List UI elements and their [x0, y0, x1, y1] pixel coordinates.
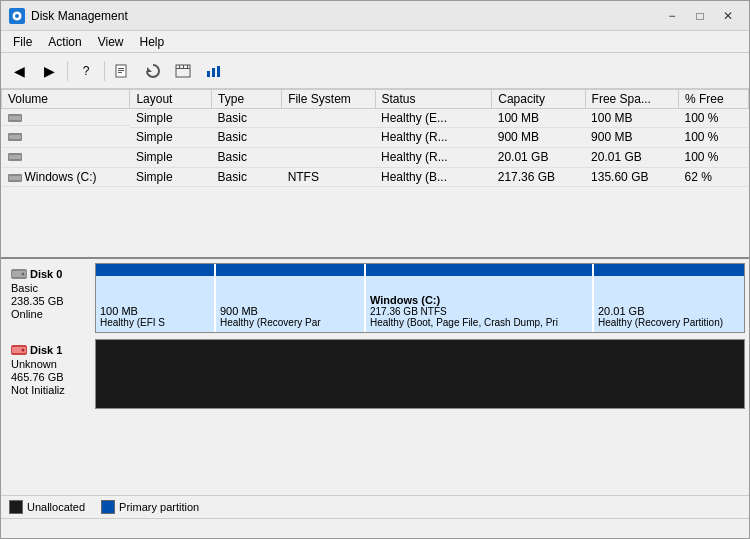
title-bar-left: Disk Management	[9, 8, 128, 24]
menu-file[interactable]: File	[5, 33, 40, 51]
legend-primary-label: Primary partition	[119, 501, 199, 513]
cell-type: Basic	[212, 109, 282, 128]
status-bar	[1, 518, 749, 538]
cell-free: 20.01 GB	[585, 147, 678, 167]
disk-1-info: Disk 1 Unknown 465.76 GB Not Initializ	[5, 339, 95, 409]
svg-point-25	[22, 273, 25, 276]
svg-rect-10	[183, 65, 184, 68]
maximize-button[interactable]: □	[687, 6, 713, 26]
partition-windows-label: Windows (C:)	[370, 294, 588, 306]
cell-layout: Simple	[130, 109, 212, 128]
partition-recovery2-size: 20.01 GB	[598, 305, 740, 317]
legend: Unallocated Primary partition	[1, 495, 749, 518]
partition-recovery2-status: Healthy (Recovery Partition)	[598, 317, 740, 328]
table-row[interactable]: Simple Basic Healthy (E... 100 MB 100 MB…	[2, 109, 749, 128]
disk-0-type: Basic	[11, 282, 89, 294]
back-button[interactable]: ◀	[5, 58, 33, 84]
cell-pct: 62 %	[678, 167, 748, 187]
title-bar-controls: − □ ✕	[659, 6, 741, 26]
cell-type: Basic	[212, 128, 282, 148]
cell-status: Healthy (R...	[375, 147, 492, 167]
properties-button[interactable]	[109, 58, 137, 84]
partition-efi-size: 100 MB	[100, 305, 210, 317]
toolbar-separator-1	[67, 61, 68, 81]
cell-volume: Windows (C:)	[2, 168, 130, 187]
disk-1-status: Not Initializ	[11, 384, 89, 396]
volume-table[interactable]: Volume Layout Type File System Status Ca…	[1, 89, 749, 259]
cell-type: Basic	[212, 167, 282, 187]
disk-0-size: 238.35 GB	[11, 295, 89, 307]
legend-unallocated: Unallocated	[9, 500, 85, 514]
menu-view[interactable]: View	[90, 33, 132, 51]
cell-pct: 100 %	[678, 128, 748, 148]
svg-rect-5	[118, 72, 122, 73]
cell-layout: Simple	[130, 147, 212, 167]
forward-button[interactable]: ▶	[35, 58, 63, 84]
disk-1-name: Disk 1	[11, 343, 89, 357]
app-icon	[9, 8, 25, 24]
svg-point-28	[22, 349, 25, 352]
menu-action[interactable]: Action	[40, 33, 89, 51]
cell-volume	[2, 109, 130, 126]
table-row[interactable]: Simple Basic Healthy (R... 900 MB 900 MB…	[2, 128, 749, 148]
svg-rect-18	[9, 135, 21, 139]
col-volume[interactable]: Volume	[2, 90, 130, 109]
help-button[interactable]: ?	[72, 58, 100, 84]
partition-recovery1-size: 900 MB	[220, 305, 360, 317]
settings-button[interactable]	[169, 58, 197, 84]
cell-fs	[282, 109, 375, 128]
col-pctfree[interactable]: % Free	[678, 90, 748, 109]
disk-1-type: Unknown	[11, 358, 89, 370]
cell-volume	[2, 128, 130, 148]
partition-recovery1[interactable]: 900 MB Healthy (Recovery Par	[216, 264, 366, 332]
partition-recovery2[interactable]: 20.01 GB Healthy (Recovery Partition)	[594, 264, 744, 332]
partition-recovery1-status: Healthy (Recovery Par	[220, 317, 360, 328]
cell-status: Healthy (E...	[375, 109, 492, 128]
partition-efi[interactable]: 100 MB Healthy (EFI S	[96, 264, 216, 332]
cell-free: 100 MB	[585, 109, 678, 128]
cell-free: 135.60 GB	[585, 167, 678, 187]
window-title: Disk Management	[31, 9, 128, 23]
svg-rect-3	[118, 68, 124, 69]
col-layout[interactable]: Layout	[130, 90, 212, 109]
partition-unallocated[interactable]	[96, 340, 744, 408]
legend-primary-box	[101, 500, 115, 514]
legend-primary: Primary partition	[101, 500, 199, 514]
cell-layout: Simple	[130, 167, 212, 187]
disk-0-status: Online	[11, 308, 89, 320]
svg-rect-14	[217, 66, 220, 77]
col-capacity[interactable]: Capacity	[492, 90, 585, 109]
cell-pct: 100 %	[678, 147, 748, 167]
table-row[interactable]: Simple Basic Healthy (R... 20.01 GB 20.0…	[2, 147, 749, 167]
cell-capacity: 900 MB	[492, 128, 585, 148]
disk-1-partitions	[95, 339, 745, 409]
refresh-button[interactable]	[139, 58, 167, 84]
disk-0-partitions: 100 MB Healthy (EFI S 900 MB Healthy (Re…	[95, 263, 745, 333]
close-button[interactable]: ✕	[715, 6, 741, 26]
disk-view: Disk 0 Basic 238.35 GB Online 100 MB Hea…	[1, 259, 749, 495]
partition-windows-fs: 217.36 GB NTFS	[370, 306, 588, 317]
partition-windows-status: Healthy (Boot, Page File, Crash Dump, Pr…	[370, 317, 588, 328]
partition-windows[interactable]: Windows (C:) 217.36 GB NTFS Healthy (Boo…	[366, 264, 594, 332]
col-filesystem[interactable]: File System	[282, 90, 375, 109]
cell-pct: 100 %	[678, 109, 748, 128]
svg-point-1	[15, 14, 19, 18]
cell-volume	[2, 147, 130, 167]
disk-management-window: Disk Management − □ ✕ File Action View H…	[0, 0, 750, 539]
col-status[interactable]: Status	[375, 90, 492, 109]
table-row[interactable]: Windows (C:) Simple Basic NTFS Healthy (…	[2, 167, 749, 187]
disk-1-size: 465.76 GB	[11, 371, 89, 383]
svg-rect-9	[179, 65, 180, 68]
col-freespace[interactable]: Free Spa...	[585, 90, 678, 109]
minimize-button[interactable]: −	[659, 6, 685, 26]
cell-layout: Simple	[130, 128, 212, 148]
svg-rect-12	[207, 71, 210, 77]
svg-rect-20	[9, 155, 21, 159]
svg-rect-16	[9, 116, 21, 120]
col-type[interactable]: Type	[212, 90, 282, 109]
chart-button[interactable]	[199, 58, 227, 84]
menu-help[interactable]: Help	[132, 33, 173, 51]
disk-0-name: Disk 0	[11, 267, 89, 281]
cell-capacity: 20.01 GB	[492, 147, 585, 167]
legend-unallocated-label: Unallocated	[27, 501, 85, 513]
